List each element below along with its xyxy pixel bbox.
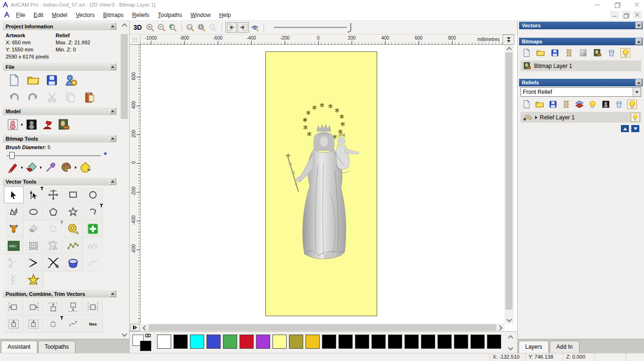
bitmap-texture-button[interactable] [564, 48, 574, 58]
palette-scroll-down-icon[interactable] [506, 345, 514, 352]
reduce-colours-button[interactable] [77, 160, 93, 175]
create-ellipse-tool[interactable] [24, 203, 43, 220]
copy-button[interactable] [61, 90, 80, 104]
flyout-arrow-icon[interactable] [21, 123, 23, 126]
link-colours-icon[interactable] [145, 333, 151, 338]
block-copy-tool[interactable] [63, 316, 83, 333]
texture-text-tool[interactable]: ABC [4, 237, 24, 254]
zoom-previous-icon[interactable] [167, 22, 179, 33]
delete-relief-layer-button[interactable] [614, 100, 624, 109]
relief-preview-button[interactable] [587, 100, 597, 109]
create-circle-tool[interactable] [83, 186, 103, 203]
paste-vectors-tool[interactable] [83, 220, 103, 237]
palette-swatch[interactable] [372, 335, 386, 349]
simplify-vectors-tool[interactable] [83, 237, 103, 254]
menu-file[interactable]: File [12, 10, 29, 20]
palette-swatch[interactable] [289, 335, 303, 349]
menu-toolpaths[interactable]: Toolpaths [154, 10, 186, 20]
palette-swatch[interactable] [471, 335, 485, 349]
brush-diameter-slider[interactable] [6, 151, 114, 159]
palette-swatch[interactable] [355, 335, 369, 349]
tab-add-in[interactable]: Add In [550, 341, 579, 353]
bitmap-to-relief-button[interactable] [592, 48, 602, 58]
delete-bitmap-layer-button[interactable] [606, 48, 616, 58]
zoom-in-icon[interactable] [145, 22, 156, 33]
toggle-panel-button[interactable] [130, 324, 140, 331]
scrollbar-thumb[interactable] [505, 52, 512, 310]
select-vectors-tool[interactable] [4, 186, 24, 203]
assistant-scrollbar[interactable] [120, 22, 128, 338]
create-polygon-tool[interactable] [43, 203, 63, 220]
open-bitmap-layer-button[interactable] [536, 48, 545, 58]
collapse-button[interactable] [109, 23, 116, 29]
collapse-button[interactable] [109, 108, 116, 114]
flyout-arrow-icon[interactable] [40, 166, 42, 169]
section-profile-tool[interactable] [4, 271, 24, 288]
lighting-button[interactable] [40, 118, 56, 132]
scroll-down-icon[interactable] [505, 317, 513, 323]
envelope-distortion-tool[interactable] [24, 237, 43, 254]
palette-swatch[interactable] [421, 335, 435, 349]
window-restore-button[interactable] [614, 1, 620, 8]
dropdown-arrow-icon[interactable] [633, 88, 641, 96]
file-section-header[interactable]: File [3, 63, 117, 71]
vector-texture-tool[interactable] [43, 237, 63, 254]
palette-swatch[interactable] [239, 335, 254, 349]
collapse-button[interactable] [109, 178, 116, 185]
toggle-bitmap-visibility-button[interactable] [620, 48, 630, 58]
new-model-button[interactable] [5, 73, 24, 87]
vector-tools-header[interactable]: Vector Tools [3, 177, 117, 185]
paste-along-curve-tool[interactable] [43, 316, 63, 333]
palette-swatch[interactable] [190, 335, 204, 349]
document-close-button[interactable] [633, 11, 642, 19]
scroll-down-icon[interactable] [120, 331, 128, 338]
create-rectangle-tool[interactable] [63, 186, 83, 203]
preview-layer-icon[interactable] [249, 22, 261, 33]
align-right-tool[interactable] [24, 299, 43, 316]
paint-tool-button[interactable] [5, 160, 21, 175]
palette-swatch[interactable] [322, 335, 336, 349]
menu-edit[interactable]: Edit [29, 10, 48, 20]
bitmap-layer-row[interactable]: Bitmap Layer 1 [520, 60, 641, 71]
collapse-button[interactable] [109, 135, 116, 142]
previous-bitmap-layer-button[interactable] [225, 22, 237, 33]
menu-bitmaps[interactable]: Bitmaps [99, 10, 128, 20]
center-in-page-tool[interactable] [4, 316, 24, 333]
center-horizontal-tool[interactable] [83, 299, 103, 316]
measure-tool[interactable] [63, 220, 83, 237]
new-bitmap-layer-button[interactable] [521, 48, 531, 58]
scroll-left-icon[interactable] [140, 324, 149, 331]
palette-swatch[interactable] [223, 335, 237, 349]
tab-toolpaths[interactable]: Toolpaths [38, 341, 75, 353]
nest-vectors-tool[interactable]: Nes [83, 316, 103, 333]
collapse-button[interactable] [636, 38, 642, 45]
bitmaps-section-header[interactable]: Bitmaps [519, 38, 643, 45]
zoom-out-icon[interactable] [156, 22, 167, 33]
menu-help[interactable]: Help [215, 10, 235, 20]
move-layer-down-button[interactable] [631, 125, 639, 132]
bitmap-tools-header[interactable]: Bitmap Tools [3, 134, 117, 143]
palette-swatch[interactable] [454, 335, 468, 349]
collapse-button[interactable] [636, 79, 642, 86]
texture-relief-button[interactable] [56, 118, 72, 132]
collapse-button[interactable] [109, 290, 116, 297]
tab-assistant[interactable]: Assistant [1, 341, 37, 353]
export-model-button[interactable] [61, 73, 80, 87]
zoom-fit-icon[interactable] [196, 22, 207, 33]
canvas-horizontal-scrollbar[interactable] [140, 324, 504, 331]
greyscale-button[interactable] [578, 48, 588, 58]
flyout-arrow-icon[interactable] [75, 166, 77, 169]
undo-button[interactable] [5, 90, 24, 104]
palette-swatch[interactable] [206, 335, 221, 349]
relief-texture-button[interactable] [561, 100, 571, 109]
fit-polyline-tool[interactable] [63, 237, 83, 254]
window-minimize-button[interactable] [594, 1, 601, 8]
palette-swatch[interactable] [388, 335, 402, 349]
save-relief-layer-button[interactable] [548, 100, 558, 109]
project-information-header[interactable]: Project Information [3, 22, 117, 30]
palette-swatch[interactable] [173, 335, 188, 349]
align-left-tool[interactable] [4, 299, 24, 316]
toggle-relief-visibility-button[interactable] [627, 100, 637, 109]
center-in-model-tool[interactable] [24, 316, 43, 333]
reliefs-section-header[interactable]: Reliefs [519, 79, 643, 86]
